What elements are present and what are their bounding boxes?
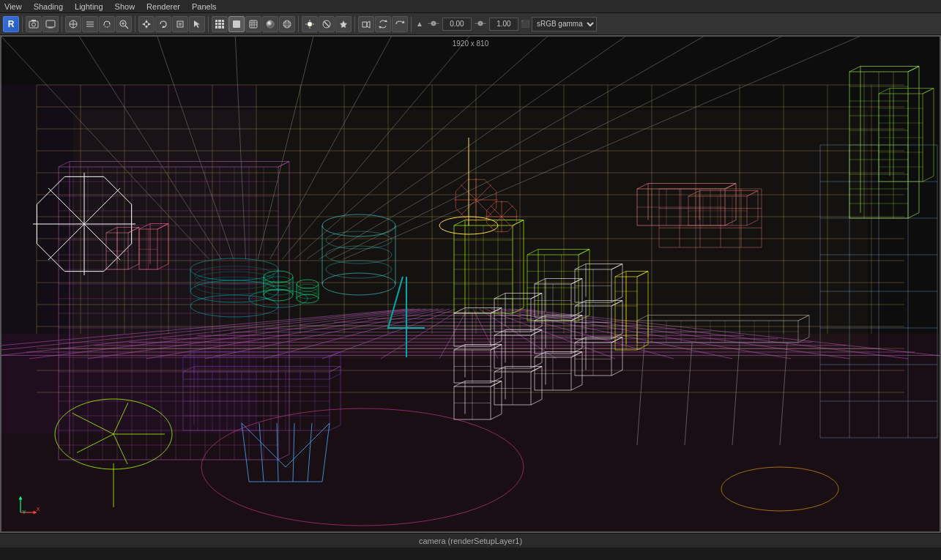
select-button[interactable] (189, 16, 205, 32)
svg-marker-20 (148, 23, 151, 26)
svg-marker-52 (19, 496, 23, 500)
menu-lighting[interactable]: Lighting (73, 2, 105, 11)
statusbar: camera (renderSetupLayer1) (0, 533, 941, 548)
svg-point-34 (308, 22, 312, 26)
camera-status: camera (renderSetupLayer1) (419, 537, 522, 545)
display-icon (45, 19, 56, 29)
scale-icon (175, 19, 185, 29)
viewport[interactable]: 1920 x 810 Y X (0, 35, 941, 533)
sync-icon (378, 19, 388, 29)
wireframe-on-shaded-button[interactable] (279, 16, 295, 32)
refresh-button[interactable] (392, 16, 408, 32)
zoom-icon (119, 19, 129, 29)
extra-tools (358, 16, 408, 32)
rotate-button[interactable] (155, 16, 171, 32)
menu-renderer[interactable]: Renderer (145, 2, 182, 11)
display-mode-tools (212, 16, 295, 32)
no-lighting-button[interactable] (319, 16, 335, 32)
menubar: View Shading Lighting Show Renderer Pane… (0, 0, 941, 13)
svg-rect-0 (29, 21, 38, 28)
track-icon (85, 19, 95, 29)
svg-point-1 (32, 23, 36, 26)
lighting-tools (302, 16, 352, 32)
toolbar-separator-6 (354, 16, 355, 32)
default-lighting-button[interactable] (335, 16, 352, 32)
color-controls: ▲ ⬛ sRGB gamma Linear Raw (414, 17, 597, 31)
toolbar-separator-5 (298, 16, 299, 32)
svg-line-40 (324, 21, 330, 27)
menu-view[interactable]: View (3, 2, 23, 11)
exposure-icon (425, 17, 442, 31)
orbit-button[interactable] (99, 16, 115, 32)
exposure-label: ▲ (414, 20, 425, 28)
default-lighting-icon (338, 19, 349, 29)
camera-options-button[interactable] (358, 16, 374, 32)
svg-rect-24 (233, 20, 240, 28)
svg-point-47 (431, 21, 436, 26)
toolbar-separator-2 (62, 16, 62, 32)
grid-icon (215, 20, 224, 29)
menu-shading[interactable]: Shading (32, 2, 64, 11)
snapshot-icon (29, 19, 39, 29)
menu-show[interactable]: Show (114, 2, 137, 11)
y-axis-label: Y (22, 509, 26, 515)
svg-point-49 (478, 21, 483, 26)
orbit-icon (102, 19, 112, 29)
camera-options-icon (361, 19, 371, 29)
refresh-icon (395, 19, 405, 29)
transform-icon (141, 19, 152, 29)
svg-rect-3 (46, 20, 55, 27)
gamma-icon (472, 17, 488, 31)
toolbar: R (0, 13, 941, 35)
view-tools (65, 16, 132, 32)
toolbar-separator-3 (135, 16, 135, 32)
select-icon (192, 19, 202, 29)
colorspace-select[interactable]: sRGB gamma Linear Raw (532, 17, 597, 31)
colorspace-icon: ⬛ (519, 20, 531, 28)
shaded-icon (265, 19, 275, 29)
svg-rect-23 (179, 23, 182, 26)
solid-button[interactable] (228, 16, 245, 32)
sync-button[interactable] (375, 16, 391, 32)
exposure-slider-icon (427, 17, 440, 30)
x-axis-label: X (37, 506, 40, 512)
svg-line-14 (125, 26, 128, 29)
dolly-icon (68, 19, 78, 29)
svg-rect-25 (250, 20, 257, 28)
render-button[interactable]: R (3, 16, 19, 32)
toolbar-separator-7 (411, 16, 412, 32)
rotate-icon (158, 19, 168, 29)
transform-button[interactable] (138, 16, 155, 32)
svg-marker-42 (367, 21, 370, 28)
wireframe-button[interactable] (212, 16, 228, 32)
snapshot-button[interactable] (26, 16, 42, 32)
wireframe-on-shaded-icon (282, 19, 292, 29)
svg-point-30 (267, 20, 274, 28)
lighting-mode-button[interactable] (302, 16, 318, 32)
no-lighting-icon (321, 19, 332, 29)
svg-marker-18 (145, 26, 148, 29)
scale-button[interactable] (172, 16, 188, 32)
shaded-button[interactable] (262, 16, 278, 32)
svg-marker-17 (145, 20, 148, 23)
solid-icon (231, 19, 242, 29)
textured-icon (248, 19, 259, 29)
scene-canvas (0, 35, 941, 533)
display-toggle-button[interactable] (42, 16, 59, 32)
transform-tools (138, 16, 205, 32)
track-button[interactable] (82, 16, 98, 32)
svg-marker-41 (362, 22, 367, 27)
textured-button[interactable] (245, 16, 261, 32)
toolbar-separator-1 (22, 16, 23, 32)
gamma-slider-icon (474, 17, 487, 30)
svg-rect-2 (31, 20, 36, 21)
svg-marker-19 (142, 23, 145, 26)
menu-panels[interactable]: Panels (190, 2, 218, 11)
axis-indicator: Y X (15, 489, 44, 518)
zoom-button[interactable] (116, 16, 132, 32)
file-tools (26, 16, 59, 32)
gamma-input[interactable] (489, 18, 518, 31)
dolly-button[interactable] (65, 16, 81, 32)
lighting-icon (305, 19, 315, 29)
exposure-input[interactable] (442, 18, 472, 31)
